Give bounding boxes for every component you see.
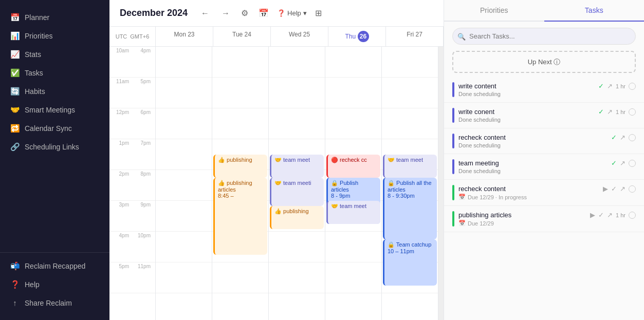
- tab-priorities[interactable]: Priorities: [444, 0, 544, 22]
- task-checkbox[interactable]: [629, 108, 636, 116]
- play-button[interactable]: ▶: [590, 211, 595, 219]
- sidebar-item-label: Help: [25, 280, 40, 289]
- sidebar-item-scheduling-links[interactable]: 🔗Scheduling Links: [0, 138, 109, 156]
- tab-tasks[interactable]: Tasks: [544, 0, 645, 22]
- sidebar-item-planner[interactable]: 📅Planner: [0, 8, 109, 27]
- calendar-event[interactable]: 🤝 team meet: [326, 201, 380, 224]
- event-text: team meeti: [283, 180, 311, 186]
- task-item: team meeting Done scheduling ✓↗: [444, 154, 644, 180]
- next-button[interactable]: →: [218, 8, 233, 19]
- right-panel: PrioritiesTasks 🔍 Up Next ⓘ write conten…: [444, 0, 644, 320]
- calendar-event[interactable]: 🔒 Publish all the articles 8 - 9:30pm: [383, 178, 437, 239]
- sidebar-item-label: Share Reclaim: [25, 299, 72, 307]
- done-icon: ✓: [611, 159, 617, 167]
- event-icon: 🔒: [388, 180, 395, 186]
- day-slot: [212, 262, 268, 293]
- utc-time: 1pm: [113, 140, 129, 146]
- calendar-event[interactable]: 👍 publishing articles 8:45 –: [213, 178, 267, 255]
- settings-icon[interactable]: ⚙: [239, 6, 250, 20]
- event-icon: 🤝: [331, 203, 338, 209]
- sidebar-item-reclaim-recapped[interactable]: 📬Reclaim Recapped: [0, 257, 109, 275]
- calendar-event[interactable]: 🔒 Team catchup 10 – 11pm: [383, 239, 437, 286]
- arrow-button[interactable]: ↗: [620, 159, 625, 167]
- task-duration: 1 hr: [616, 212, 625, 218]
- priorities-icon: 📊: [10, 31, 20, 41]
- day-slot: [325, 78, 381, 108]
- calendar-sync-icon: 🔁: [10, 124, 20, 133]
- time-slot: 12pm6pm: [109, 108, 155, 139]
- calendar-event[interactable]: 🔴 recheck cc: [326, 155, 380, 178]
- calendar-event[interactable]: 🤝 team meet: [383, 155, 437, 178]
- sidebar-item-label: Scheduling Links: [25, 143, 79, 151]
- task-item: write conent Done scheduling ✓↗1 hr: [444, 103, 644, 128]
- event-text: team meet: [396, 157, 423, 163]
- day-col-mon: [156, 47, 212, 320]
- arrow-button[interactable]: ↗: [607, 211, 613, 219]
- sidebar: 📅Planner📊Priorities📈Stats✅Tasks🔄Habits🤝S…: [0, 0, 109, 320]
- day-slot: [382, 108, 438, 139]
- arrow-button[interactable]: ↗: [607, 108, 613, 116]
- gmt-time: 9pm: [131, 202, 151, 208]
- sidebar-item-priorities[interactable]: 📊Priorities: [0, 27, 109, 45]
- sidebar-item-help[interactable]: ❓Help: [0, 275, 109, 294]
- arrow-button[interactable]: ↗: [607, 82, 613, 90]
- up-next-label: Up Next ⓘ: [528, 58, 561, 66]
- day-slot: [269, 232, 325, 262]
- done-icon: ✓: [611, 134, 617, 141]
- play-button[interactable]: ▶: [603, 185, 608, 193]
- calendar-icon-small: 📅: [458, 194, 466, 200]
- help-button[interactable]: ❓ Help ▾: [277, 9, 307, 17]
- day-slot: [269, 108, 325, 139]
- calendar-event[interactable]: 👍 publishing: [213, 155, 267, 178]
- task-content: recheck content 📅Due 12/29 · In progress: [458, 185, 599, 200]
- task-content: team meeting Done scheduling: [458, 159, 607, 174]
- event-icon: 👍: [218, 157, 225, 163]
- smart-meetings-icon: 🤝: [10, 105, 20, 115]
- task-bar: [452, 82, 454, 97]
- event-text: recheck cc: [340, 157, 367, 163]
- main-calendar: December 2024 ← → ⚙ 📅 ❓ Help ▾ ⊞ UTC GMT…: [109, 0, 444, 320]
- task-name: write conent: [458, 108, 594, 116]
- search-input[interactable]: [452, 28, 636, 45]
- chevron-down-icon: ▾: [303, 9, 307, 17]
- task-checkbox[interactable]: [629, 185, 636, 193]
- day-header-mon23: Mon 23: [156, 27, 213, 46]
- task-name: write content: [458, 82, 594, 90]
- check-button[interactable]: ✓: [611, 185, 617, 193]
- event-text: team meet: [340, 203, 366, 209]
- sidebar-item-tasks[interactable]: ✅Tasks: [0, 64, 109, 82]
- check-button[interactable]: ✓: [598, 211, 604, 219]
- sidebar-item-share-reclaim[interactable]: ↑Share Reclaim: [0, 294, 109, 312]
- task-actions: ▶✓↗1 hr: [590, 211, 636, 219]
- task-checkbox[interactable]: [629, 134, 636, 141]
- calendar-icon-small: 📅: [458, 220, 466, 227]
- arrow-button[interactable]: ↗: [620, 185, 625, 193]
- event-icon: 👍: [274, 208, 282, 214]
- prev-button[interactable]: ←: [198, 8, 212, 19]
- task-bar: [452, 185, 454, 200]
- arrow-button[interactable]: ↗: [620, 134, 625, 141]
- sidebar-item-stats[interactable]: 📈Stats: [0, 45, 109, 64]
- task-checkbox[interactable]: [629, 160, 636, 167]
- gmt-time: 5pm: [131, 79, 151, 84]
- gmt-time: 10pm: [131, 233, 151, 238]
- task-item: recheck content 📅Due 12/29 · In progress…: [444, 180, 644, 206]
- layout-icon[interactable]: ⊞: [313, 6, 324, 20]
- gmt-time: 6pm: [131, 109, 151, 115]
- sidebar-item-calendar-sync[interactable]: 🔁Calendar Sync: [0, 119, 109, 138]
- sidebar-item-smart-meetings[interactable]: 🤝Smart Meetings: [0, 101, 109, 119]
- sidebar-item-habits[interactable]: 🔄Habits: [0, 82, 109, 101]
- day-slot: [269, 47, 325, 78]
- task-sub: Done scheduling: [458, 117, 594, 123]
- calendar-event[interactable]: 🤝 team meet: [270, 155, 324, 178]
- task-bar: [452, 211, 454, 227]
- calendar-event[interactable]: 👍 publishing: [270, 206, 324, 229]
- task-checkbox[interactable]: [629, 83, 636, 90]
- calendar-scroll[interactable]: 10am4pm11am5pm12pm6pm1pm7pm2pm8pm3pm9pm4…: [109, 47, 444, 320]
- time-slot: 2pm8pm: [109, 170, 155, 201]
- task-checkbox[interactable]: [629, 212, 636, 219]
- calendar-icon[interactable]: 📅: [256, 6, 271, 20]
- scrollbar[interactable]: [438, 47, 444, 320]
- calendar-event[interactable]: 🤝 team meeti: [270, 178, 324, 206]
- right-tabs: PrioritiesTasks: [444, 0, 644, 22]
